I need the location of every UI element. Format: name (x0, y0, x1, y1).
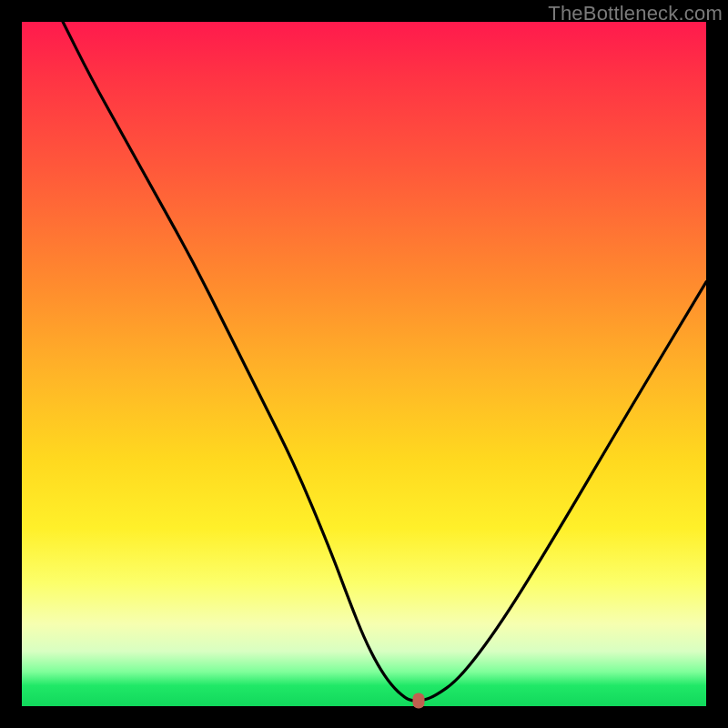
bottleneck-curve (22, 22, 706, 706)
chart-area (22, 22, 706, 706)
optimal-point-marker (413, 693, 425, 708)
bottleneck-curve-path (63, 22, 706, 701)
